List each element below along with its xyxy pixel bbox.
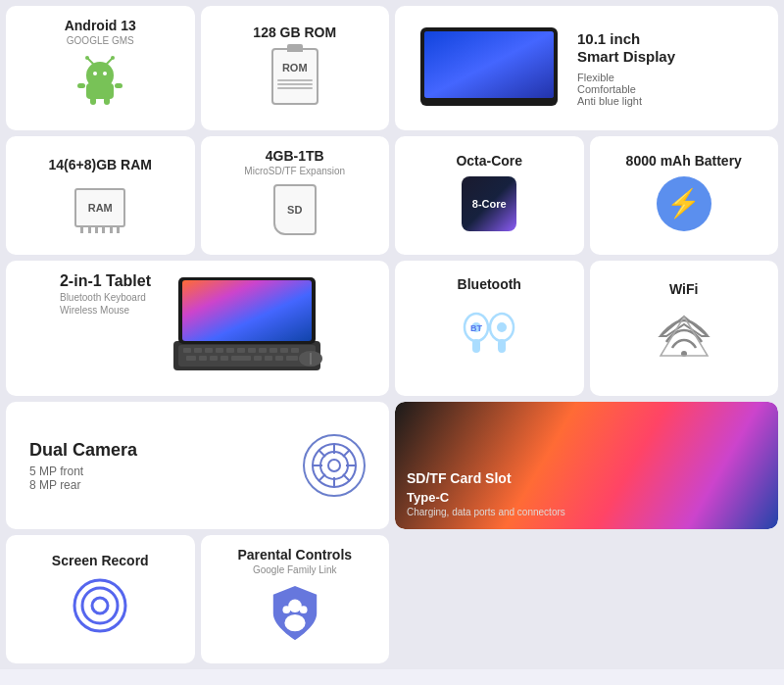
bluetooth-icon: BT [455,300,523,372]
svg-rect-10 [77,83,85,88]
svg-point-6 [111,56,115,60]
sd-label: SD [287,204,302,216]
battery-card: 8000 mAh Battery ⚡ [590,136,779,255]
screenrecord-card: Screen Record [6,535,195,663]
ram-label: RAM [88,202,113,214]
svg-rect-20 [216,348,223,353]
ram-title: 14(6+8)GB RAM [49,157,152,172]
svg-rect-36 [286,356,298,361]
rom-card: 128 GB ROM ROM [201,6,390,130]
svg-point-1 [93,72,97,75]
ram-icon: RAM [74,180,125,227]
camera-sub1: 5 MP front [29,465,137,478]
svg-rect-21 [226,348,234,353]
tablet-card: 2-in-1 Tablet Bluetooth Keyboard Wireles… [6,261,389,396]
svg-rect-32 [231,356,251,361]
camera-title: Dual Camera [29,440,137,460]
display-image [411,23,567,115]
parental-icon [268,583,322,644]
sdslot-subtitle: Type-C [407,490,565,505]
svg-rect-26 [280,348,288,353]
octacore-title: Octa-Core [456,153,522,169]
parental-card: Parental Controls Google Family Link [201,535,390,663]
svg-point-66 [284,614,305,631]
svg-rect-46 [498,339,506,353]
bluetooth-title: Bluetooth [458,276,521,292]
sdslot-card: SD/TF Card Slot Type-C Charging, data po… [395,402,778,529]
svg-rect-7 [86,83,114,99]
rom-icon: ROM [271,48,318,105]
svg-rect-34 [265,356,272,361]
tablet-text: 2-in-1 Tablet Bluetooth Keyboard Wireles… [60,272,151,316]
ram-card: 14(6+8)GB RAM RAM [6,136,195,255]
android-subtitle: GOOGLE GMS [67,35,134,46]
screenrecord-title: Screen Record [52,553,149,568]
parental-subtitle: Google Family Link [253,564,337,575]
display-card: 10.1 inch Smart Display Flexible Comfort… [395,6,778,130]
svg-rect-25 [270,348,277,353]
svg-rect-18 [194,348,202,353]
octacore-card: Octa-Core 8-Core [395,136,584,255]
camera-icon [303,434,366,497]
svg-rect-29 [199,356,207,361]
display-title: 10.1 inch [577,30,640,47]
battery-bolt-icon: ⚡ [666,187,701,220]
screenrecord-icon [71,576,129,639]
sdexpand-title: 4GB-1TB [266,148,324,164]
svg-rect-33 [254,356,262,361]
display-text: 10.1 inch Smart Display Flexible Comfort… [577,30,675,107]
svg-rect-31 [220,356,228,361]
svg-point-64 [92,598,108,613]
display-feature-1: Flexible [577,72,675,83]
svg-rect-27 [291,348,299,353]
svg-rect-9 [104,97,110,105]
wifi-card: WiFi [590,261,779,396]
svg-rect-17 [183,348,191,353]
display-feature-3: Anti blue light [577,95,675,107]
svg-rect-11 [115,83,122,88]
svg-line-5 [107,59,112,64]
svg-text:BT: BT [470,323,482,333]
display-title2: Smart Display [577,48,675,65]
svg-point-4 [85,56,89,60]
wifi-title: WiFi [669,281,698,297]
svg-rect-45 [472,339,480,353]
sdexpand-card: 4GB-1TB MicroSD/TF Expansion SD [201,136,390,255]
sdexpand-subtitle: MicroSD/TF Expansion [244,166,345,176]
svg-line-61 [318,474,325,481]
rom-title: 128 GB ROM [253,24,336,40]
bluetooth-card: Bluetooth BT [395,261,584,396]
android-icon [74,54,126,111]
svg-point-65 [288,600,302,613]
camera-text: Dual Camera 5 MP front 8 MP rear [29,440,137,492]
parental-title: Parental Controls [237,547,352,563]
octacore-icon: 8-Core [462,176,516,231]
svg-point-67 [282,606,290,613]
sdslot-labels: SD/TF Card Slot Type-C Charging, data po… [407,470,565,517]
battery-title: 8000 mAh Battery [626,153,742,169]
svg-rect-24 [259,348,267,353]
display-feature-2: Comfortable [577,83,675,95]
svg-point-44 [497,322,507,332]
camera-sub2: 8 MP rear [29,478,137,492]
svg-rect-30 [210,356,218,361]
svg-rect-23 [248,348,256,353]
svg-rect-38 [182,280,312,341]
svg-rect-8 [90,97,96,105]
svg-line-60 [343,450,350,457]
android-card: Android 13 GOOGLE GMS [6,6,195,130]
sdslot-title: SD/TF Card Slot [407,470,565,486]
svg-rect-35 [275,356,283,361]
android-title: Android 13 [65,18,136,33]
svg-point-68 [300,606,308,613]
svg-line-58 [318,450,325,457]
svg-rect-22 [237,348,245,353]
svg-line-59 [343,474,350,481]
sdexpand-icon: SD [273,184,317,235]
tablet-sub2: Wireless Mouse [60,305,151,316]
svg-point-63 [82,588,118,623]
svg-point-2 [103,72,107,75]
octacore-label: 8-Core [472,198,507,210]
svg-point-53 [328,460,340,471]
tablet-sub1: Bluetooth Keyboard [60,292,151,303]
